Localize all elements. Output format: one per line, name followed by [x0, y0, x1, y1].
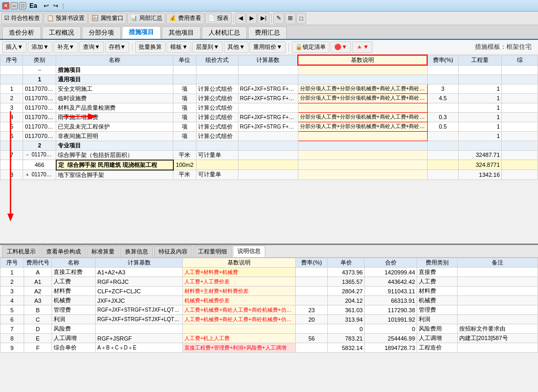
- btn-lockbill[interactable]: 🔒锁定清单: [292, 41, 329, 53]
- lcell-rate: [295, 277, 327, 287]
- btn-supplement[interactable]: 补充▼: [54, 41, 78, 53]
- lcell-name: 风险费: [52, 324, 96, 334]
- cell-qty: 1: [459, 84, 502, 93]
- toolbar-extra1[interactable]: ✎: [273, 13, 284, 24]
- lcell-rate: [295, 343, 327, 353]
- btn-markred[interactable]: 🔴▼: [330, 41, 351, 53]
- cell-unit: 项: [173, 112, 196, 122]
- cell-qty: 1: [459, 93, 502, 103]
- table-row[interactable]: 6 011707003001 非夜间施工照明 项 计算公式组价 1: [1, 131, 538, 141]
- lcell-calcbase: [96, 324, 183, 334]
- table-row[interactable]: 8 ＋ 011701001002 地下室综合脚手架 平米 可计量单 1342.1…: [1, 170, 538, 180]
- table-row[interactable]: 1 011707001001 安全文明施工 项 计算公式组价 RGF+JXF+S…: [1, 84, 538, 93]
- btn-batchconvert[interactable]: 批量换算: [135, 41, 165, 53]
- tab-sections[interactable]: 分部分项: [82, 26, 121, 39]
- lower-table-row[interactable]: 6 C 利润 RGF+JXF+STRGF+STJXF+LQTJXF+LQTRGF…: [1, 315, 538, 324]
- toolbar-feeview[interactable]: 💰 费用查看: [166, 13, 204, 24]
- lcell-code: F: [24, 343, 52, 353]
- upper-panel[interactable]: 序号 类别 名称 单位 组价方式 计算基数 基数说明 费率(%) 工程量 综 －: [0, 55, 538, 245]
- lower-table-row[interactable]: 5 B 管理费 RGF+JXF+STRGF+STJXF+LQTJXF+LQTRG…: [1, 305, 538, 315]
- lcell-rate: [295, 324, 327, 334]
- lower-table-row[interactable]: 1 A 直接工程费 A1+A2+A3 人工费+材料费+机械费 4373.96 1…: [1, 268, 538, 277]
- toolbar-checkcompliance[interactable]: ☑ 符合性检查: [1, 13, 43, 24]
- btn-reusegroup[interactable]: 重用组价▼: [250, 41, 286, 53]
- cell-seq: 8: [1, 170, 23, 180]
- lcell-name: 管理费: [52, 305, 96, 315]
- lcell-name: 利润: [52, 315, 96, 324]
- lcell-name: 人工调增: [52, 334, 96, 343]
- lower-tab-conversion[interactable]: 换算信息: [120, 246, 153, 257]
- lcell-calcbase: RGF+JXF+STRGF+STJXF+LQTJXF+LQTRGF: [96, 305, 183, 315]
- toolbar-extra3[interactable]: □: [296, 13, 306, 24]
- table-row[interactable]: 2 011707009001 临时设施费 项 计算公式组价 RGF+JXF+ST…: [1, 93, 538, 103]
- tab-materials[interactable]: 人材机汇总: [202, 26, 247, 39]
- cell-qty: 1: [459, 122, 502, 131]
- lcell-rate: [295, 268, 327, 277]
- table-row[interactable]: 5 011707007001 已完及未完工程保护 项 计算公式组价 RGF+JX…: [1, 122, 538, 131]
- lcell-unitprice: 783.21: [328, 334, 365, 343]
- lth-name: 名称: [52, 258, 96, 268]
- lower-tab-remarks[interactable]: 说明信息: [233, 246, 265, 257]
- tab-costanalysis[interactable]: 造价分析: [2, 26, 41, 39]
- lcell-basedesc: 人工费+机械费+商砼人工费+商砼机械费+仿青混凝土机械费+仿青混凝土人工费: [183, 305, 296, 315]
- close-button[interactable]: ✕: [2, 2, 9, 9]
- lcell-seq: 9: [1, 343, 24, 353]
- lower-table-row[interactable]: 8 E 人工调增 RGF+JSRGF 人工费+机上人工费 56 783.21 2…: [1, 334, 538, 343]
- lower-tab-unitprice[interactable]: 查看单价构成: [42, 246, 86, 257]
- lcell-unitprice: 1365.57: [328, 277, 365, 287]
- btn-template[interactable]: 模板▼: [167, 41, 191, 53]
- lcell-remark: [457, 287, 537, 296]
- cell-misc: [502, 103, 538, 112]
- tab-feesummary[interactable]: 费用汇总: [248, 26, 287, 39]
- table-row[interactable]: 466 定 综合脚手架 民用建筑 现浇框架工程 100m2 324.8771: [1, 160, 538, 170]
- btn-add[interactable]: 添加▼: [28, 41, 53, 53]
- table-row[interactable]: 4 011707005001 雨季施工增加费 项 计算公式组价 RGF+JXF+…: [1, 112, 538, 122]
- lower-tab-materials[interactable]: 工料机显示: [2, 246, 40, 257]
- lower-table-row[interactable]: 4 A3 机械费 JXF+JXJC 机械费+机械费价差 204.12 66313…: [1, 296, 538, 305]
- lower-table-row[interactable]: 2 A1 人工费 RGF+RGJC 人工费+人工费价差 1365.57 4436…: [1, 277, 538, 287]
- undo-button[interactable]: ↩: [42, 2, 51, 9]
- cell-unit: [173, 65, 196, 75]
- toolbar-report[interactable]: 📄 报表: [205, 13, 232, 24]
- maximize-button[interactable]: □: [19, 2, 26, 9]
- cell-calcbase: [238, 141, 298, 150]
- btn-other[interactable]: 其他▼: [224, 41, 249, 53]
- btn-insert[interactable]: 插入▼: [2, 41, 27, 53]
- minimize-button[interactable]: ─: [11, 2, 18, 9]
- tab-measures[interactable]: 措施项目: [122, 26, 161, 39]
- toolbar-budgetsettings[interactable]: 📋 预算书设置: [44, 13, 88, 24]
- redo-button[interactable]: ↪: [51, 2, 60, 9]
- lcell-name: 人工费: [52, 277, 96, 287]
- btn-query[interactable]: 查询▼: [79, 41, 104, 53]
- lcell-basedesc: 人工费+机械费+商砼人工费+商砼机械费+仿青混凝土机械费+仿青混凝土人工费: [183, 315, 296, 324]
- toolbar-propertywindow[interactable]: 🪟 属性窗口: [88, 13, 127, 24]
- tab-others[interactable]: 其他项目: [162, 26, 201, 39]
- table-row[interactable]: 3 011707010001 材料及产品质量检测费 项 计算公式组价 1: [1, 103, 538, 112]
- lower-tab-stdcalc[interactable]: 标准算量: [87, 246, 119, 257]
- toolbar-play[interactable]: ▶: [246, 13, 257, 24]
- toolbar-prevnav[interactable]: ◀: [235, 13, 246, 24]
- lower-table-row[interactable]: 3 A2 材料费 CLF+ZCF+CLJC 材料费+主材费+材料费价差 2804…: [1, 287, 538, 296]
- lower-table-row[interactable]: 7 D 风险费 0 0 风险费用 按招标文件要求由: [1, 324, 538, 334]
- lcell-code: A3: [24, 296, 52, 305]
- toolbar-extra2[interactable]: ⊞: [285, 13, 296, 24]
- cell-qty: 1: [459, 112, 502, 122]
- cell-calcbase: [238, 160, 298, 170]
- lower-tab-qtydetail[interactable]: 工程量明细: [193, 246, 232, 257]
- lower-tab-features[interactable]: 特征及内容: [154, 246, 192, 257]
- cell-qty: 324.8771: [459, 160, 502, 170]
- table-row[interactable]: 7 － 011701001001 综合脚手架（包括折层面积） 平米 可计量单 3…: [1, 150, 538, 160]
- cell-rate: [427, 75, 458, 84]
- btn-archive[interactable]: 存档▼: [105, 41, 130, 53]
- toolbar-partialsummary[interactable]: 📊 局部汇总: [127, 13, 165, 24]
- toolbar-nextnav[interactable]: ▶|: [257, 13, 270, 24]
- tab-overview[interactable]: 工程概况: [42, 26, 81, 39]
- btn-layerto[interactable]: 层显到▼: [192, 41, 223, 53]
- cell-rate: [427, 141, 458, 150]
- btn-flagtriangle[interactable]: 🔺▼: [352, 41, 373, 53]
- cell-rate: [427, 103, 458, 112]
- cell-misc: [502, 84, 538, 93]
- lower-table-container[interactable]: 序号 费用代号 名称 计算基数 基数说明 费率(%) 单价 合价 费用类别 备注: [0, 258, 538, 353]
- lower-table-row[interactable]: 9 F 综合单价 A＋B＋C＋D＋E 直接工程费+管理费+利润+风险费+人工调增…: [1, 343, 538, 353]
- lower-panel: 工料机显示 查看单价构成 标准算量 换算信息 特征及内容 工程量明细 说明信息: [0, 245, 538, 392]
